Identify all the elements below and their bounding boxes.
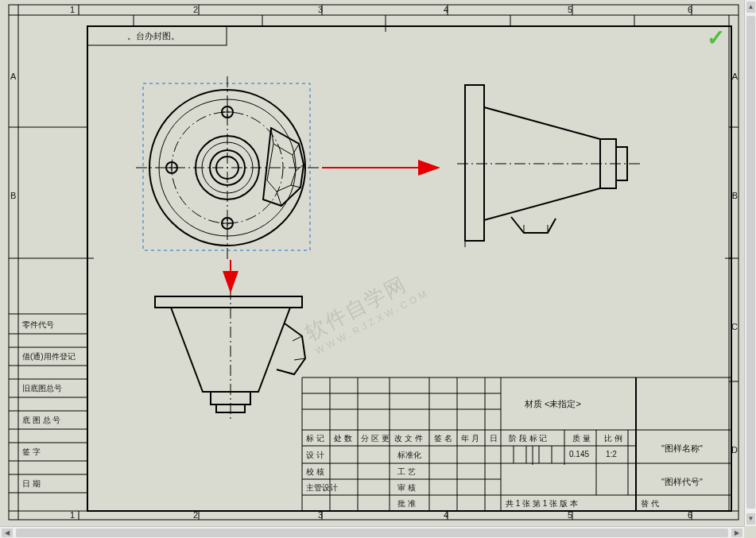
row-C-right: C <box>731 322 738 331</box>
svg-rect-67 <box>465 85 484 241</box>
svg-line-65 <box>291 185 300 188</box>
tb-footer-sub: 替 代 <box>641 498 659 509</box>
scroll-down-arrow-icon[interactable]: ▼ <box>746 513 755 524</box>
col-3-top: 3 <box>318 5 323 14</box>
svg-line-78 <box>293 336 302 341</box>
row-D-right: D <box>731 445 738 455</box>
scroll-right-arrow-icon[interactable]: ▶ <box>731 528 742 537</box>
tb-hdr-doc: 改 文 件 <box>394 433 423 444</box>
drawing-sheet: 1 2 3 4 5 6 1 2 3 4 5 6 A B A B C D 。台办封… <box>8 4 739 521</box>
row-A-left: A <box>10 72 16 81</box>
ok-check-icon: ✓ <box>707 25 725 51</box>
col-1-top: 1 <box>70 5 75 14</box>
col-6-bot: 6 <box>688 510 692 520</box>
col-6-top: 6 <box>688 5 692 14</box>
col-5-bot: 5 <box>568 510 572 520</box>
svg-rect-43 <box>143 83 310 250</box>
left-table-sign: 签 字 <box>22 447 41 458</box>
tb-footer-sheets: 共 1 张 第 1 张 版 本 <box>506 498 578 509</box>
tb-val-mass: 0.145 <box>569 450 589 459</box>
col-4-top: 4 <box>444 5 448 14</box>
left-table-old-base: 旧底图总号 <box>22 383 62 394</box>
col-2-bot: 2 <box>193 510 198 520</box>
col-1-bot: 1 <box>70 510 75 520</box>
template-label: 。台办封图。 <box>127 30 180 42</box>
horizontal-scroll-thumb[interactable] <box>16 528 728 537</box>
col-4-bot: 4 <box>444 510 448 520</box>
row-B-right: B <box>732 191 738 200</box>
tb-hdr-ym: 年 月 <box>461 433 479 444</box>
tb-drawing-name: "图样名称" <box>661 443 703 455</box>
tb-row-proc: 工 艺 <box>397 466 416 478</box>
scroll-left-arrow-icon[interactable]: ◀ <box>2 528 13 537</box>
left-table-date: 日 期 <box>22 478 41 490</box>
tb-row-approve: 批 准 <box>397 498 416 509</box>
col-5-top: 5 <box>568 5 572 14</box>
tb-hdr-zone: 分 区 更 <box>361 433 390 444</box>
tb-hdr-day: 日 <box>490 433 498 444</box>
tb-row-std: 标准化 <box>397 450 421 461</box>
tb-val-scale: 1:2 <box>606 450 617 459</box>
left-table-part-code: 零件代号 <box>22 319 54 331</box>
cad-drawing-canvas[interactable]: 1 2 3 4 5 6 1 2 3 4 5 6 A B A B C D 。台办封… <box>0 0 756 538</box>
svg-rect-75 <box>155 296 302 308</box>
tb-hdr-stage: 阶 段 标 记 <box>509 433 547 444</box>
vertical-scrollbar[interactable]: ▲ ▼ <box>744 0 756 526</box>
col-3-bot: 3 <box>318 510 323 520</box>
tb-hdr-qty: 处 数 <box>334 433 352 444</box>
left-table-borrowed: 借(通)用件登记 <box>22 351 76 362</box>
tb-drawing-code: "图样代号" <box>661 476 703 488</box>
tb-row-design: 设 计 <box>306 450 324 461</box>
tb-hdr-sign: 签 名 <box>434 433 452 444</box>
left-table-base: 底 图 总 号 <box>22 415 60 426</box>
tb-hdr-scale: 比 例 <box>604 433 622 444</box>
tb-hdr-mass: 质 量 <box>572 433 591 444</box>
tb-row-review: 审 核 <box>397 482 416 493</box>
tb-material: 材质 <未指定> <box>525 398 581 410</box>
row-A-right: A <box>732 72 738 81</box>
vertical-scroll-thumb[interactable] <box>746 16 755 509</box>
col-2-top: 2 <box>193 5 198 14</box>
tb-row-check: 校 核 <box>306 466 324 478</box>
row-B-left: B <box>10 191 16 200</box>
tb-hdr-mark: 标 记 <box>306 433 324 444</box>
tb-row-chief: 主管设计 <box>306 482 338 493</box>
horizontal-scrollbar[interactable]: ◀ ▶ <box>0 526 744 538</box>
scroll-up-arrow-icon[interactable]: ▲ <box>746 2 755 13</box>
